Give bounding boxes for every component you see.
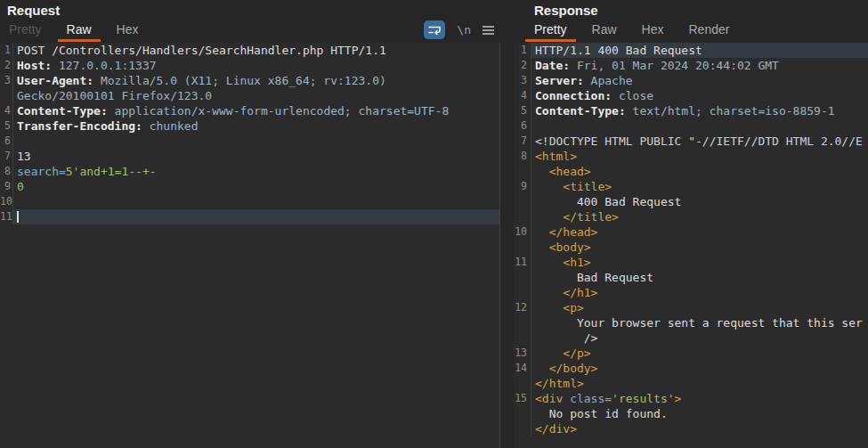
code-line: <p>	[531, 300, 868, 315]
line-number: 5	[514, 103, 531, 118]
editor-row: 90	[0, 179, 499, 194]
show-newlines-toggle[interactable]: \n	[457, 23, 471, 37]
line-number	[514, 240, 531, 255]
line-number: 1	[514, 43, 531, 58]
code-line: <html>	[531, 149, 868, 164]
code-line	[13, 134, 499, 149]
line-number: 9	[514, 179, 531, 194]
code-line: />	[531, 330, 868, 346]
code-line: </div>	[531, 421, 868, 436]
line-number	[514, 330, 531, 346]
tab-response-raw[interactable]: Raw	[583, 20, 626, 42]
code-line: Content-Type: application/x-www-form-url…	[13, 103, 499, 118]
code-line: <div class='results'>	[531, 391, 868, 406]
request-editor[interactable]: 1POST /Controllers/Handlers/SearchHandle…	[0, 42, 500, 448]
response-tab-bar: Pretty Raw Hex Render	[525, 20, 745, 42]
editor-row: <head>	[514, 164, 868, 179]
code-line: Bad Request	[531, 270, 868, 285]
code-line: </title>	[531, 209, 868, 224]
code-line: <head>	[531, 164, 868, 179]
code-line: </html>	[531, 376, 868, 391]
editor-row: </html>	[514, 376, 868, 391]
editor-row: 8<html>	[514, 149, 868, 164]
line-number	[514, 270, 531, 285]
editor-row: 3Server: Apache	[514, 73, 868, 88]
line-number: 14	[514, 361, 531, 376]
line-number: 8	[514, 149, 531, 164]
hamburger-menu-button[interactable]	[483, 24, 494, 37]
code-line: 0	[13, 179, 499, 194]
line-number: 4	[514, 88, 531, 103]
code-line: No post id found.	[531, 406, 868, 421]
editor-row: 2Date: Fri, 01 Mar 2024 20:44:02 GMT	[514, 58, 868, 73]
editor-row: <body>	[514, 240, 868, 255]
line-number: 2	[514, 58, 531, 73]
code-line: <!DOCTYPE HTML PUBLIC "-//IETF//DTD HTML…	[531, 134, 868, 149]
line-number	[514, 209, 531, 224]
tab-request-hex[interactable]: Hex	[108, 20, 148, 42]
word-wrap-toggle-button[interactable]	[424, 20, 445, 39]
editor-row: Your browser sent a request that this se…	[514, 315, 868, 330]
editor-row: 6	[0, 134, 499, 149]
response-panel: Response Pretty Raw Hex Render 1HTTP/1.1…	[514, 0, 868, 448]
editor-row: Gecko/20100101 Firefox/123.0	[0, 88, 499, 103]
code-line: Host: 127.0.0.1:1337	[13, 58, 499, 73]
editor-row: 713	[0, 149, 499, 164]
editor-row: 1HTTP/1.1 400 Bad Request	[514, 43, 868, 58]
line-number: 11	[514, 255, 531, 270]
code-line: User-Agent: Mozilla/5.0 (X11; Linux x86_…	[13, 73, 499, 88]
request-panel-title: Request	[0, 0, 500, 18]
editor-row: 7<!DOCTYPE HTML PUBLIC "-//IETF//DTD HTM…	[514, 134, 868, 149]
line-number	[0, 88, 13, 103]
response-panel-title: Response	[514, 0, 868, 18]
line-number: 3	[0, 73, 13, 88]
line-number: 8	[0, 164, 13, 179]
code-line: 13	[13, 149, 499, 164]
code-line: search=5'and+1=1--+-	[13, 164, 499, 179]
line-number: 13	[514, 346, 531, 361]
response-editor[interactable]: 1HTTP/1.1 400 Bad Request2Date: Fri, 01 …	[514, 42, 868, 448]
code-line: Your browser sent a request that this se…	[531, 315, 868, 330]
code-line: </body>	[531, 361, 868, 376]
line-number: 10	[0, 194, 13, 209]
line-number	[514, 315, 531, 330]
request-panel: Request Pretty Raw Hex \n 1POST /Control…	[0, 0, 500, 448]
editor-row: Bad Request	[514, 270, 868, 285]
tab-request-pretty[interactable]: Pretty	[0, 20, 51, 42]
line-number: 6	[514, 118, 531, 134]
editor-row: </div>	[514, 421, 868, 436]
line-number	[514, 285, 531, 300]
editor-row: </h1>	[514, 285, 868, 300]
editor-row: 12 <p>	[514, 300, 868, 315]
request-editor-toolbar: \n	[424, 20, 494, 39]
code-line: Gecko/20100101 Firefox/123.0	[13, 88, 499, 103]
code-line: Server: Apache	[531, 73, 868, 88]
line-number: 4	[0, 103, 13, 118]
tab-response-hex[interactable]: Hex	[633, 20, 673, 42]
tab-request-raw[interactable]: Raw	[58, 20, 101, 42]
editor-row: No post id found.	[514, 406, 868, 421]
editor-row: 4Connection: close	[514, 88, 868, 103]
line-number: 7	[0, 149, 13, 164]
editor-row: 5Content-Type: text/html; charset=iso-88…	[514, 103, 868, 118]
line-number	[514, 376, 531, 391]
code-line: Date: Fri, 01 Mar 2024 20:44:02 GMT	[531, 58, 868, 73]
tab-response-pretty[interactable]: Pretty	[525, 20, 576, 42]
editor-row: 15<div class='results'>	[514, 391, 868, 406]
editor-row: 10	[0, 194, 499, 209]
editor-row: 4Content-Type: application/x-www-form-ur…	[0, 103, 499, 118]
editor-row: 2Host: 127.0.0.1:1337	[0, 58, 499, 73]
response-panel-header: Response Pretty Raw Hex Render	[514, 0, 868, 42]
tab-response-render[interactable]: Render	[680, 20, 739, 42]
line-number: 6	[0, 134, 13, 149]
code-line	[531, 118, 868, 134]
line-number: 1	[0, 43, 13, 58]
editor-row: 400 Bad Request	[514, 194, 868, 209]
line-number	[514, 164, 531, 179]
line-number: 5	[0, 118, 13, 134]
code-line: <body>	[531, 240, 868, 255]
word-wrap-icon	[427, 24, 442, 37]
editor-row: </title>	[514, 209, 868, 224]
code-line: Connection: close	[531, 88, 868, 103]
editor-row: 11	[0, 209, 499, 224]
